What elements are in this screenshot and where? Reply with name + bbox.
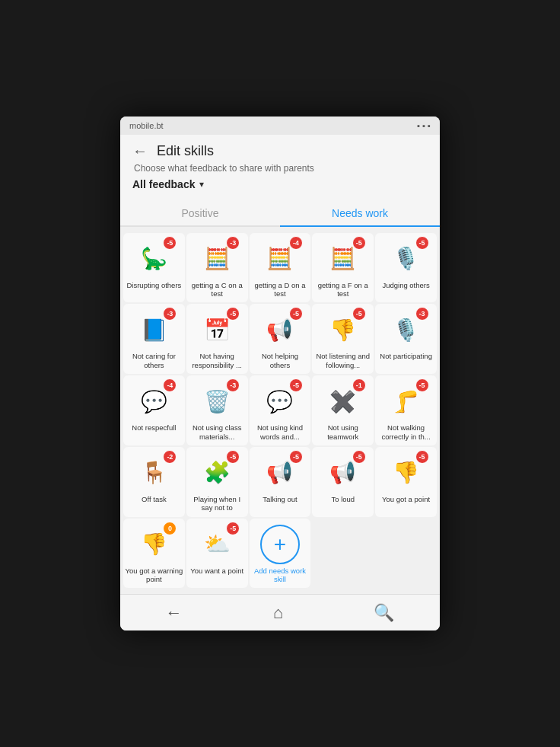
- skill-label: Off task: [142, 495, 167, 512]
- back-button[interactable]: ←: [132, 142, 148, 160]
- filter-arrow-icon[interactable]: ▾: [199, 179, 204, 190]
- status-app-name: mobile.bt: [129, 121, 164, 130]
- skill-icon: ⛅-5: [197, 525, 237, 564]
- skill-label: Not respecfull: [132, 423, 176, 440]
- skill-label: Not caring for others: [125, 352, 183, 369]
- skill-item[interactable]: 🧮-4getting a D on a test: [250, 233, 311, 303]
- nav-search-button[interactable]: 🔍: [374, 603, 394, 623]
- skill-icon: 🦕-5: [134, 239, 173, 279]
- skill-badge: -4: [163, 378, 177, 392]
- skill-label: Not listening and following...: [313, 352, 372, 369]
- skill-item[interactable]: +Add needs work skill: [250, 519, 311, 589]
- skill-item[interactable]: 👎0You got a warning point: [123, 519, 185, 589]
- skill-item[interactable]: 📢-5Not helping others: [250, 304, 311, 374]
- skill-badge: -5: [352, 450, 366, 464]
- status-bar: mobile.bt ▪ ▪ ▪: [120, 117, 440, 135]
- skill-item[interactable]: 📢-5To loud: [312, 447, 374, 517]
- skill-item[interactable]: 🦵-5Not walking correctly in th...: [375, 375, 437, 445]
- skill-item[interactable]: 🎙️-5Judging others: [375, 233, 437, 303]
- skill-label: Not using teamwork: [313, 423, 372, 441]
- nav-home-button[interactable]: ⌂: [273, 603, 283, 623]
- skill-label: Disrupting others: [126, 281, 181, 298]
- skill-label: Judging others: [382, 281, 429, 298]
- skill-label: Playing when I say not to: [188, 495, 247, 512]
- skill-label: Not helping others: [251, 352, 310, 369]
- filter-label[interactable]: All feedback: [132, 178, 195, 190]
- skill-badge: -5: [415, 378, 429, 392]
- skill-icon: 👎-5: [387, 453, 426, 493]
- skill-icon: 📢-5: [323, 453, 363, 493]
- status-icons: ▪ ▪ ▪: [417, 121, 431, 130]
- skill-icon: 💬-4: [134, 381, 173, 421]
- skill-badge: -3: [415, 307, 429, 321]
- skill-item[interactable]: 🧮-3getting a C on a test: [186, 233, 248, 303]
- skill-item[interactable]: 🪑-2Off task: [123, 447, 185, 517]
- skill-item[interactable]: 💬-4Not respecfull: [123, 375, 185, 445]
- skill-label: getting a D on a test: [251, 281, 310, 298]
- add-skill-icon[interactable]: +: [260, 525, 300, 564]
- skill-item[interactable]: 🗑️-3Not using class materials...: [186, 375, 248, 445]
- nav-bar: ← ⌂ 🔍: [120, 594, 440, 630]
- skill-label: getting a F on a test: [313, 281, 372, 298]
- skill-item[interactable]: 📅-5Not having responsibility ...: [186, 304, 248, 374]
- skill-item[interactable]: 📘-3Not caring for others: [123, 304, 185, 374]
- skill-icon: 🎙️-3: [387, 310, 426, 350]
- skill-icon: 🎙️-5: [387, 239, 426, 279]
- skill-icon: 🪑-2: [134, 453, 173, 493]
- skill-badge: -5: [352, 307, 366, 321]
- skill-icon: 🧮-5: [323, 239, 363, 279]
- skill-icon: 📢-5: [260, 310, 300, 350]
- skill-badge: -5: [289, 307, 303, 321]
- skill-label: Not having responsibility ...: [188, 352, 247, 369]
- skill-item[interactable]: 🧮-5getting a F on a test: [312, 233, 374, 303]
- skill-icon: 🗑️-3: [197, 381, 237, 421]
- skill-badge: -5: [415, 236, 429, 250]
- skill-label: You got a warning point: [125, 567, 183, 584]
- tabs-row: Positive Needs work: [120, 201, 440, 227]
- subtitle: Choose what feedback to share with paren…: [132, 163, 428, 174]
- skill-icon: 🧩-5: [197, 453, 237, 493]
- page-title: Edit skills: [157, 143, 214, 159]
- skill-item[interactable]: 👎-5Not listening and following...: [312, 304, 374, 374]
- skill-badge: -5: [226, 307, 240, 321]
- skill-item[interactable]: 📢-5Talking out: [250, 447, 311, 517]
- skill-icon: 🦵-5: [387, 381, 426, 421]
- nav-back-button[interactable]: ←: [166, 603, 183, 623]
- skill-label: Not using class materials...: [188, 423, 247, 441]
- skill-badge: -5: [289, 378, 303, 392]
- skill-badge: -1: [352, 378, 366, 392]
- skill-badge: -3: [226, 236, 240, 250]
- skill-badge: -5: [289, 450, 303, 464]
- tab-positive[interactable]: Positive: [120, 201, 280, 225]
- skill-item[interactable]: 🦕-5Disrupting others: [123, 233, 185, 303]
- skill-icon: 🧮-4: [260, 239, 300, 279]
- skill-item[interactable]: 🎙️-3Not participating: [375, 304, 437, 374]
- skill-label: Talking out: [262, 495, 297, 512]
- skill-item[interactable]: 🧩-5Playing when I say not to: [186, 447, 248, 517]
- skill-badge: -5: [226, 450, 240, 464]
- tab-needs-work[interactable]: Needs work: [280, 201, 440, 227]
- skill-badge: -5: [163, 236, 177, 250]
- skill-label: You got a point: [382, 495, 430, 512]
- skill-badge: -5: [352, 236, 366, 250]
- skill-label: getting a C on a test: [188, 281, 247, 298]
- skill-badge: -3: [226, 378, 240, 392]
- add-skill-label: Add needs work skill: [251, 567, 310, 584]
- skill-label: Not walking correctly in th...: [377, 423, 435, 441]
- skill-label: Not participating: [380, 352, 432, 369]
- skill-label: You want a point: [190, 567, 243, 583]
- skill-badge: -5: [415, 450, 429, 464]
- skill-icon: 👎-5: [323, 310, 363, 350]
- skill-item[interactable]: ✖️-1Not using teamwork: [312, 375, 374, 445]
- skill-badge: -2: [163, 450, 177, 464]
- skill-badge: -3: [163, 307, 177, 321]
- skill-icon: 📢-5: [260, 453, 300, 493]
- skill-item[interactable]: 👎-5You got a point: [375, 447, 437, 517]
- skill-item[interactable]: ⛅-5You want a point: [186, 519, 248, 589]
- phone-frame: mobile.bt ▪ ▪ ▪ ← Edit skills Choose wha…: [120, 117, 440, 631]
- skill-label: To loud: [331, 495, 355, 512]
- header: ← Edit skills Choose what feedback to sh…: [120, 135, 440, 201]
- skill-icon: 👎0: [134, 525, 173, 564]
- skill-icon: 📅-5: [197, 310, 237, 350]
- skill-item[interactable]: 💬-5Not using kind words and...: [250, 375, 311, 445]
